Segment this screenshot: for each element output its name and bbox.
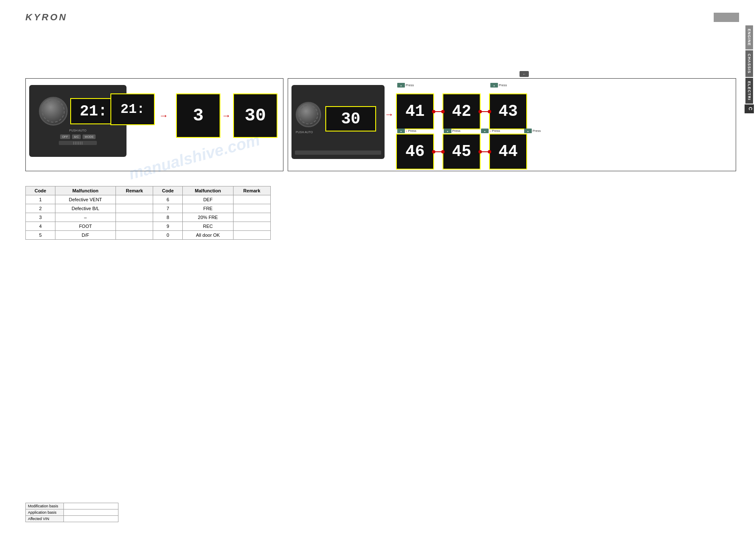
cell-mal-8: 20% FRE	[183, 213, 233, 222]
cell-code-2: 2	[26, 204, 55, 213]
press-text-44b: Press	[533, 129, 541, 133]
table-header-malfunction2: Malfunction	[183, 186, 233, 195]
right-box-42: 42	[443, 93, 481, 129]
cell-rem-9	[233, 222, 270, 231]
right-diagram-panel: 30 PUSH AUTO → ▲ Press ▲ Press 41 42	[288, 78, 736, 171]
bottom-mod-value	[64, 503, 118, 509]
left-diagram-panel: 21: PUSH AUTO OFF A/C MODE 21: → 3 →	[25, 78, 283, 171]
left-arrow-2: →	[222, 110, 231, 121]
table-row: 5 D/F 0 All door OK	[26, 231, 271, 240]
bottom-mod-label: Modification basis	[26, 503, 64, 509]
hline-46-45	[434, 151, 443, 152]
press-btn-44b: ▲	[524, 129, 532, 133]
right-box-44: 44	[489, 134, 527, 170]
cell-mal-9: REC	[183, 222, 233, 231]
cell-mal-2: Defective B/L	[55, 204, 115, 213]
left-btn-off[interactable]: OFF	[60, 134, 70, 139]
left-box-30: 30	[233, 93, 278, 138]
bottom-info-row: Modification basis	[26, 503, 118, 509]
bottom-vin-value	[64, 516, 118, 522]
press-label-44-bottom: ▲ ↓ Press	[481, 129, 500, 133]
press-text-41: Press	[406, 83, 414, 87]
right-box-46: 46	[396, 134, 434, 170]
table-header-code1: Code	[26, 186, 55, 195]
table-row: 4 FOOT 9 REC	[26, 222, 271, 231]
cell-code-7: 7	[153, 204, 183, 213]
press-label-41-top: ▲ Press	[397, 83, 414, 88]
brand-logo: KYRON	[25, 12, 67, 23]
cell-rem-7	[233, 204, 270, 213]
table-header-remark1: Remark	[115, 186, 153, 195]
press-text-43: Press	[499, 83, 507, 87]
cell-rem-0	[233, 231, 270, 240]
cell-rem-3	[115, 213, 153, 222]
sidebar-tab-electri[interactable]: ELECTRI	[745, 78, 753, 104]
table-section: Code Malfunction Remark Code Malfunction…	[25, 186, 271, 240]
left-ac-knob-area: 21:	[39, 97, 117, 126]
press-btn-41: ▲	[397, 83, 405, 88]
left-box-3: 3	[176, 93, 220, 138]
table-row: 1 Defective VENT 6 DEF	[26, 195, 271, 204]
left-arrow-1: →	[159, 110, 168, 121]
small-icon: ←	[520, 71, 529, 77]
hline-42-43	[481, 111, 489, 112]
sidebar-tab-c[interactable]: C	[745, 104, 754, 113]
cell-rem-4	[115, 222, 153, 231]
left-box-21: 21:	[110, 93, 155, 125]
right-push-label: PUSH AUTO	[296, 131, 313, 134]
press-btn-43: ▲	[490, 83, 498, 88]
top-bar: KYRON	[25, 12, 739, 23]
sidebar-tab-engine[interactable]: ENGINE	[745, 25, 753, 49]
cell-mal-6: DEF	[183, 195, 233, 204]
sidebar: ENGINE CHASSIS ELECTRI C	[742, 0, 756, 534]
left-btn-mode[interactable]: MODE	[82, 134, 96, 139]
press-text-45: Press	[452, 129, 460, 133]
bottom-info-section: Modification basis Application basis Aff…	[25, 503, 118, 522]
press-arrow-46: ↓	[406, 129, 407, 133]
cell-rem-8	[233, 213, 270, 222]
bottom-info-row: Affected VIN	[26, 516, 118, 522]
right-red-arrow: →	[385, 109, 394, 120]
cell-mal-4: FOOT	[55, 222, 115, 231]
left-ac-buttons: OFF A/C MODE	[60, 134, 96, 139]
left-btn-ac[interactable]: A/C	[72, 134, 81, 139]
cell-code-8: 8	[153, 213, 183, 222]
bottom-app-value	[64, 509, 118, 516]
cell-code-0: 0	[153, 231, 183, 240]
cell-rem-5	[115, 231, 153, 240]
press-label-46-bottom: ▲ ↓ Press	[397, 129, 416, 133]
cell-code-6: 6	[153, 195, 183, 204]
left-panel-inner: 21: PUSH AUTO OFF A/C MODE 21: → 3 →	[26, 79, 283, 171]
cell-code-3: 3	[26, 213, 55, 222]
right-ac-knob	[296, 102, 321, 127]
left-ac-display: 21:	[70, 98, 117, 124]
cell-code-1: 1	[26, 195, 55, 204]
table-header-malfunction1: Malfunction	[55, 186, 115, 195]
table-header-code2: Code	[153, 186, 183, 195]
press-btn-45: ▲	[444, 129, 451, 133]
cell-rem-6	[233, 195, 270, 204]
cell-code-4: 4	[26, 222, 55, 231]
malfunction-table: Code Malfunction Remark Code Malfunction…	[25, 186, 271, 240]
table-header-remark2: Remark	[233, 186, 270, 195]
small-icon-arrow: ←	[522, 72, 526, 76]
right-box-45: 45	[443, 134, 481, 170]
bottom-info-table: Modification basis Application basis Aff…	[25, 503, 118, 522]
bottom-app-label: Application basis	[26, 509, 64, 516]
right-panel-inner: 30 PUSH AUTO → ▲ Press ▲ Press 41 42	[288, 79, 736, 171]
press-label-43-top: ▲ Press	[490, 83, 507, 88]
sidebar-tab-chassis[interactable]: CHASSIS	[745, 50, 753, 77]
right-ac-display: 30	[325, 106, 376, 131]
left-push-label: PUSH AUTO	[69, 129, 86, 132]
right-box-41: 41	[396, 93, 434, 129]
cell-mal-3: –	[55, 213, 115, 222]
cell-rem-2	[115, 204, 153, 213]
press-label-45-bottom: ▲ Press	[444, 129, 460, 133]
table-row: 3 – 8 20% FRE	[26, 213, 271, 222]
bottom-info-row: Application basis	[26, 509, 118, 516]
cell-rem-1	[115, 195, 153, 204]
press-arrow-44: ↓	[489, 129, 491, 133]
cell-code-9: 9	[153, 222, 183, 231]
left-vent	[59, 141, 97, 145]
cell-mal-5: D/F	[55, 231, 115, 240]
